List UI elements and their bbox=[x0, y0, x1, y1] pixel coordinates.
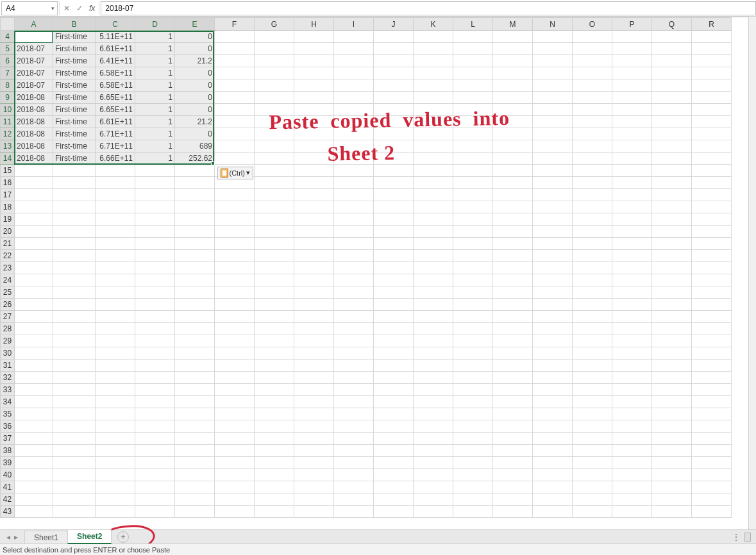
cell[interactable] bbox=[15, 250, 53, 262]
cell[interactable] bbox=[414, 396, 453, 408]
cell[interactable] bbox=[334, 445, 374, 457]
cell[interactable] bbox=[374, 177, 414, 189]
cell[interactable] bbox=[414, 165, 453, 177]
cell[interactable] bbox=[135, 286, 175, 299]
cell[interactable] bbox=[175, 469, 215, 481]
cell[interactable] bbox=[135, 323, 175, 335]
cell[interactable] bbox=[573, 55, 612, 67]
cell[interactable] bbox=[334, 189, 374, 201]
cell[interactable] bbox=[652, 335, 692, 347]
cell[interactable] bbox=[652, 299, 692, 311]
cell[interactable] bbox=[533, 469, 573, 481]
cell[interactable] bbox=[573, 213, 612, 226]
cell[interactable] bbox=[96, 238, 135, 250]
cell[interactable] bbox=[135, 493, 175, 506]
fx-icon[interactable]: fx bbox=[89, 4, 95, 13]
cell[interactable]: 21.2 bbox=[175, 116, 215, 128]
cell[interactable] bbox=[135, 189, 175, 201]
cell[interactable] bbox=[53, 384, 96, 396]
cell[interactable] bbox=[374, 299, 414, 311]
cell[interactable]: First-time bbox=[53, 79, 96, 92]
cell[interactable] bbox=[612, 177, 652, 189]
cell[interactable] bbox=[414, 323, 453, 335]
cell[interactable]: 0 bbox=[175, 128, 215, 140]
cell[interactable] bbox=[215, 360, 255, 372]
cell[interactable] bbox=[414, 140, 453, 153]
cell[interactable] bbox=[374, 213, 414, 226]
vertical-scrollbar[interactable] bbox=[748, 17, 756, 529]
cell[interactable] bbox=[533, 79, 573, 92]
row-header[interactable]: 26 bbox=[1, 299, 15, 311]
cell[interactable] bbox=[453, 153, 493, 165]
cell[interactable] bbox=[255, 347, 294, 360]
row-header[interactable]: 24 bbox=[1, 274, 15, 286]
cell[interactable] bbox=[493, 128, 533, 140]
cell[interactable] bbox=[294, 238, 334, 250]
cell[interactable] bbox=[53, 201, 96, 213]
cell[interactable] bbox=[374, 506, 414, 518]
cell[interactable] bbox=[53, 323, 96, 335]
cell[interactable] bbox=[255, 116, 294, 128]
cell[interactable]: 6.61E+11 bbox=[96, 43, 135, 55]
cell[interactable] bbox=[612, 457, 652, 469]
cell[interactable] bbox=[652, 116, 692, 128]
cell[interactable] bbox=[374, 335, 414, 347]
cell[interactable] bbox=[255, 31, 294, 43]
cell[interactable] bbox=[255, 177, 294, 189]
cell[interactable] bbox=[175, 408, 215, 420]
sheet-tab-sheet1[interactable]: Sheet1 bbox=[24, 531, 68, 544]
cell[interactable] bbox=[493, 226, 533, 238]
cell[interactable]: 0 bbox=[175, 31, 215, 43]
cell[interactable] bbox=[135, 311, 175, 323]
cell[interactable] bbox=[374, 347, 414, 360]
cell[interactable] bbox=[135, 420, 175, 433]
cell[interactable] bbox=[573, 493, 612, 506]
cell[interactable] bbox=[374, 323, 414, 335]
cell[interactable] bbox=[215, 493, 255, 506]
cell[interactable] bbox=[692, 213, 732, 226]
row-header[interactable]: 28 bbox=[1, 323, 15, 335]
cell[interactable] bbox=[573, 347, 612, 360]
cell[interactable] bbox=[573, 445, 612, 457]
cell[interactable]: 689 bbox=[175, 140, 215, 153]
cell[interactable] bbox=[692, 469, 732, 481]
cell[interactable] bbox=[493, 396, 533, 408]
cell[interactable] bbox=[573, 153, 612, 165]
cell[interactable] bbox=[493, 506, 533, 518]
column-header[interactable]: N bbox=[533, 18, 573, 31]
cell[interactable] bbox=[692, 384, 732, 396]
cell[interactable] bbox=[294, 92, 334, 104]
cell[interactable] bbox=[692, 433, 732, 445]
cell[interactable] bbox=[692, 323, 732, 335]
cell[interactable] bbox=[294, 79, 334, 92]
cell[interactable] bbox=[294, 469, 334, 481]
cell[interactable] bbox=[255, 408, 294, 420]
cell[interactable] bbox=[53, 238, 96, 250]
cell[interactable] bbox=[573, 372, 612, 384]
paste-options-dropdown-icon[interactable]: ▾ bbox=[246, 169, 250, 177]
cancel-icon[interactable]: ✕ bbox=[63, 4, 70, 13]
cell[interactable] bbox=[334, 469, 374, 481]
cell[interactable] bbox=[612, 250, 652, 262]
cell[interactable] bbox=[533, 250, 573, 262]
cell[interactable] bbox=[453, 445, 493, 457]
cell[interactable] bbox=[334, 92, 374, 104]
cell[interactable]: 6.58E+11 bbox=[96, 79, 135, 92]
cell[interactable] bbox=[692, 274, 732, 286]
cell[interactable] bbox=[374, 31, 414, 43]
cell[interactable] bbox=[294, 481, 334, 493]
cell[interactable] bbox=[215, 104, 255, 116]
cell[interactable] bbox=[334, 311, 374, 323]
cell[interactable] bbox=[533, 493, 573, 506]
cell[interactable] bbox=[612, 104, 652, 116]
cell[interactable] bbox=[15, 177, 53, 189]
cell[interactable] bbox=[334, 481, 374, 493]
cell[interactable] bbox=[493, 262, 533, 274]
cell[interactable] bbox=[334, 177, 374, 189]
cell[interactable] bbox=[612, 335, 652, 347]
cell[interactable] bbox=[612, 165, 652, 177]
cell[interactable] bbox=[374, 104, 414, 116]
cell[interactable] bbox=[96, 396, 135, 408]
cell[interactable] bbox=[53, 469, 96, 481]
row-header[interactable]: 23 bbox=[1, 262, 15, 274]
